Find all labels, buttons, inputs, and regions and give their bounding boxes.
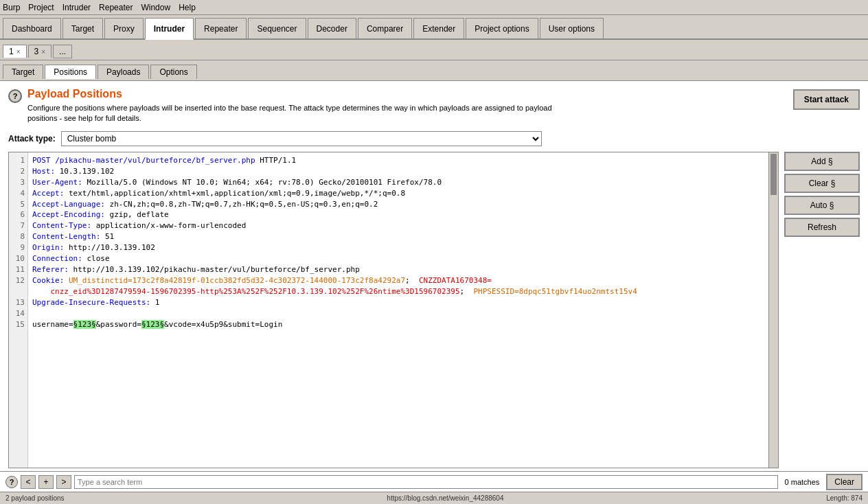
menu-bar: Burp Project Intruder Repeater Window He… bbox=[0, 0, 868, 15]
main-tab-bar: Dashboard Target Proxy Intruder Repeater… bbox=[0, 15, 868, 40]
request-editor[interactable]: 1 2 3 4 5 6 7 8 9 10 11 12 13 14 15 POST… bbox=[8, 152, 779, 468]
auto-section-button[interactable]: Auto § bbox=[784, 196, 860, 215]
tab-decoder[interactable]: Decoder bbox=[308, 18, 356, 38]
code-area[interactable]: POST /pikachu-master/vul/burteforce/bf_s… bbox=[28, 152, 768, 468]
menu-burp[interactable]: Burp bbox=[3, 3, 20, 12]
sub-tab-more[interactable]: ... bbox=[53, 45, 72, 58]
close-tab-1[interactable]: × bbox=[16, 48, 21, 56]
close-tab-3[interactable]: × bbox=[41, 48, 45, 56]
intruder-tab-options[interactable]: Options bbox=[150, 65, 196, 79]
tab-sequencer[interactable]: Sequencer bbox=[248, 18, 306, 38]
search-add-button[interactable]: + bbox=[38, 475, 54, 489]
tab-extender[interactable]: Extender bbox=[413, 18, 464, 38]
help-icon[interactable]: ? bbox=[8, 89, 22, 103]
tab-comparer[interactable]: Comparer bbox=[358, 18, 412, 38]
sub-tab-1[interactable]: 1 × bbox=[3, 45, 27, 58]
intruder-tab-positions[interactable]: Positions bbox=[45, 65, 96, 79]
attack-type-row: Attack type: Sniper Battering ram Pitchf… bbox=[0, 128, 868, 152]
tab-target[interactable]: Target bbox=[62, 18, 103, 38]
start-attack-button[interactable]: Start attack bbox=[793, 89, 860, 110]
refresh-button[interactable]: Refresh bbox=[784, 218, 860, 237]
menu-help[interactable]: Help bbox=[179, 3, 196, 12]
sub-tab-3[interactable]: 3 × bbox=[28, 45, 52, 58]
menu-project[interactable]: Project bbox=[28, 3, 54, 12]
add-section-button[interactable]: Add § bbox=[784, 152, 860, 171]
search-next-button[interactable]: > bbox=[56, 475, 71, 489]
menu-repeater[interactable]: Repeater bbox=[99, 3, 133, 12]
side-buttons: Add § Clear § Auto § Refresh bbox=[784, 152, 860, 468]
menu-window[interactable]: Window bbox=[141, 3, 170, 12]
tab-dashboard[interactable]: Dashboard bbox=[3, 18, 61, 38]
menu-intruder[interactable]: Intruder bbox=[62, 3, 91, 12]
attack-type-label: Attack type: bbox=[8, 134, 56, 144]
payload-positions-title: Payload Positions bbox=[27, 88, 552, 100]
status-url: https://blog.csdn.net/weixin_44288604 bbox=[387, 494, 503, 502]
tab-user-options[interactable]: User options bbox=[540, 18, 604, 38]
intruder-tab-bar: Target Positions Payloads Options bbox=[0, 60, 868, 81]
status-length: Length: 874 bbox=[826, 494, 863, 502]
search-help-icon[interactable]: ? bbox=[5, 476, 18, 488]
search-prev-button[interactable]: < bbox=[21, 475, 36, 489]
line-numbers: 1 2 3 4 5 6 7 8 9 10 11 12 13 14 15 bbox=[9, 152, 28, 468]
payload-title-section: ? Payload Positions Configure the positi… bbox=[8, 88, 793, 124]
tab-proxy[interactable]: Proxy bbox=[104, 18, 144, 38]
payload-description: Configure the positions where payloads w… bbox=[27, 103, 552, 124]
attack-type-select[interactable]: Sniper Battering ram Pitchfork Cluster b… bbox=[61, 131, 542, 146]
match-count: 0 matches bbox=[785, 478, 820, 486]
status-bar: 2 payload positions https://blog.csdn.ne… bbox=[0, 492, 868, 504]
sub-tab-bar: 1 × 3 × ... bbox=[0, 40, 868, 60]
editor-container: 1 2 3 4 5 6 7 8 9 10 11 12 13 14 15 POST… bbox=[0, 152, 868, 471]
vertical-scrollbar[interactable] bbox=[768, 152, 778, 468]
scrollbar-thumb[interactable] bbox=[770, 154, 777, 195]
search-bar: ? < + > 0 matches Clear bbox=[0, 471, 868, 492]
tab-repeater[interactable]: Repeater bbox=[195, 18, 247, 38]
payload-header: ? Payload Positions Configure the positi… bbox=[0, 81, 868, 128]
tab-project-options[interactable]: Project options bbox=[466, 18, 538, 38]
intruder-tab-target[interactable]: Target bbox=[3, 65, 43, 79]
intruder-tab-payloads[interactable]: Payloads bbox=[98, 65, 149, 79]
main-content: ? Payload Positions Configure the positi… bbox=[0, 81, 868, 504]
tab-intruder[interactable]: Intruder bbox=[145, 18, 194, 40]
clear-section-button[interactable]: Clear § bbox=[784, 174, 860, 193]
search-clear-button[interactable]: Clear bbox=[826, 474, 863, 490]
status-payload-count: 2 payload positions bbox=[5, 494, 65, 502]
search-input[interactable] bbox=[74, 475, 778, 489]
title-and-desc: Payload Positions Configure the position… bbox=[27, 88, 552, 124]
